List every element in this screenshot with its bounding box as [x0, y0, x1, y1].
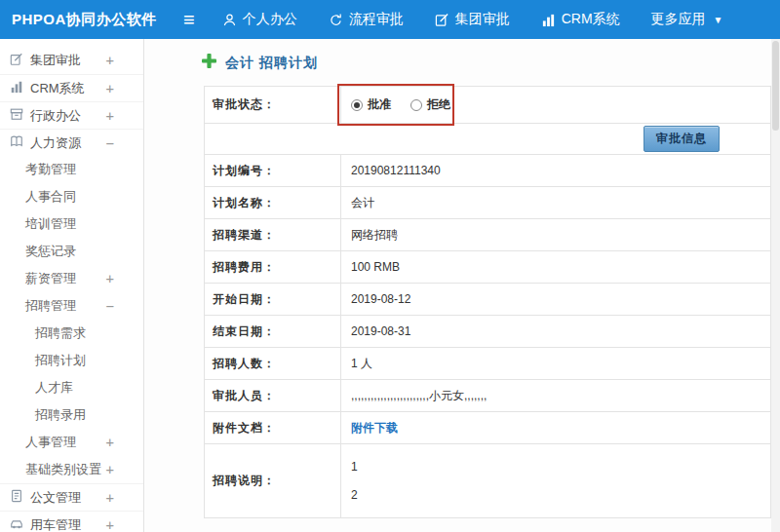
nav-label: 集团审批 — [455, 11, 510, 28]
field-value: 20190812111340 — [341, 155, 770, 186]
sidebar-item-label: 人事管理 — [25, 434, 76, 451]
sidebar-item-label: 基础类别设置 — [25, 461, 101, 478]
sidebar-item-talent-pool[interactable]: 人才库 — [0, 374, 143, 401]
field-label: 招聘说明： — [205, 444, 341, 517]
sidebar-item-crm[interactable]: CRM系统 + — [0, 74, 143, 101]
chevron-down-icon: ▼ — [714, 15, 723, 25]
form-row-approve-button: 审批信息 — [205, 124, 770, 155]
sidebar-item-attendance[interactable]: 考勤管理 — [0, 156, 143, 183]
form-row-plan-number: 计划编号： 20190812111340 — [205, 155, 770, 187]
sidebar-item-label: 薪资管理 — [25, 270, 76, 287]
field-label: 招聘渠道： — [205, 219, 341, 250]
sidebar-item-documents[interactable]: 公文管理 + — [0, 483, 143, 511]
form-row-start-date: 开始日期： 2019-08-12 — [205, 284, 770, 316]
expand-plus-icon[interactable]: + — [106, 53, 114, 68]
add-plus-icon[interactable] — [202, 54, 216, 72]
radio-reject[interactable]: 拒绝 — [410, 96, 450, 113]
field-value: 网络招聘 — [341, 219, 770, 250]
field-label: 审批人员： — [205, 380, 341, 411]
description-line: 1 — [351, 453, 358, 481]
attachment-download-link[interactable]: 附件下载 — [351, 420, 398, 437]
nav-label: 更多应用 — [651, 11, 706, 28]
field-value: 100 RMB — [341, 251, 770, 283]
vertical-scrollbar[interactable] — [771, 39, 780, 532]
sidebar-item-recruit-hire[interactable]: 招聘录用 — [0, 401, 143, 429]
nav-process-approval[interactable]: 流程审批 — [329, 11, 404, 28]
sidebar-item-label: 考勤管理 — [25, 161, 76, 178]
field-label: 审批状态： — [205, 87, 341, 123]
radio-approve-label: 批准 — [368, 96, 391, 113]
expand-plus-icon[interactable]: + — [106, 462, 114, 477]
nav-personal-office[interactable]: 个人办公 — [222, 11, 297, 28]
field-label: 招聘人数： — [205, 348, 341, 379]
approval-info-button[interactable]: 审批信息 — [644, 126, 720, 152]
app-logo: PHPOA协同办公软件 — [0, 11, 183, 29]
field-value: 会计 — [341, 187, 770, 218]
radio-approve-button[interactable] — [351, 99, 363, 111]
form-row-end-date: 结束日期： 2019-08-31 — [205, 316, 770, 348]
sidebar-item-vehicle[interactable]: 用车管理 + — [0, 511, 143, 532]
collapse-minus-icon[interactable]: − — [106, 135, 114, 151]
field-label: 计划编号： — [205, 155, 341, 186]
field-label: 招聘费用： — [205, 251, 341, 283]
field-value: 2019-08-12 — [341, 284, 770, 315]
expand-plus-icon[interactable]: + — [106, 490, 114, 506]
scrollbar-thumb[interactable] — [772, 41, 779, 131]
edit-square-icon — [435, 13, 449, 27]
sidebar-item-label: 招聘录用 — [35, 406, 86, 424]
archive-box-icon — [10, 107, 23, 124]
hamburger-menu-icon[interactable]: ≡ — [183, 10, 195, 29]
expand-plus-icon[interactable]: + — [106, 81, 114, 96]
page-title: 会计 招聘计划 — [225, 55, 318, 72]
sidebar-item-label: 招聘计划 — [35, 352, 86, 369]
form-row-recruit-channel: 招聘渠道： 网络招聘 — [205, 219, 770, 251]
collapse-minus-icon[interactable]: − — [106, 298, 114, 314]
nav-more-apps[interactable]: 更多应用 ▼ — [651, 11, 723, 28]
sidebar-item-label: 招聘需求 — [35, 324, 86, 342]
sidebar-item-label: 奖惩记录 — [25, 243, 76, 260]
sidebar-item-salary[interactable]: 薪资管理 + — [0, 265, 143, 292]
person-icon — [222, 13, 237, 27]
sidebar-item-label: 集团审批 — [30, 52, 81, 69]
edit-square-icon — [10, 53, 23, 69]
sidebar-item-admin-office[interactable]: 行政办公 + — [0, 101, 143, 129]
field-value: 1 人 — [341, 348, 770, 379]
approval-status-radio-group: 批准 拒绝 — [351, 96, 470, 113]
recruit-plan-form: 审批状态： 批准 拒绝 审批信息 计划编号： — [204, 86, 771, 518]
expand-plus-icon[interactable]: + — [106, 435, 114, 450]
sidebar-item-label: 人才库 — [35, 379, 73, 397]
radio-reject-button[interactable] — [410, 99, 422, 111]
radio-approve[interactable]: 批准 — [351, 96, 391, 113]
sidebar-item-rewards[interactable]: 奖惩记录 — [0, 238, 143, 265]
field-label: 计划名称： — [205, 187, 341, 218]
sidebar-item-training[interactable]: 培训管理 — [0, 210, 143, 238]
form-row-approvers: 审批人员： ,,,,,,,,,,,,,,,,,,,,,,,,小元女,,,,,,, — [205, 380, 770, 412]
description-lines: 1 2 — [351, 453, 358, 510]
field-label: 附件文档： — [205, 412, 341, 443]
page-header: 会计 招聘计划 — [202, 54, 318, 72]
form-row-approval-status: 审批状态： 批准 拒绝 — [205, 87, 770, 124]
expand-plus-icon[interactable]: + — [106, 517, 114, 532]
expand-plus-icon[interactable]: + — [106, 271, 114, 286]
sidebar-item-recruitment[interactable]: 招聘管理 − — [0, 292, 143, 320]
radio-reject-label: 拒绝 — [427, 96, 450, 113]
sidebar-item-recruit-demand[interactable]: 招聘需求 — [0, 320, 143, 347]
field-value: 2019-08-31 — [341, 316, 770, 347]
nav-group-approval[interactable]: 集团审批 — [435, 11, 510, 28]
form-row-recruit-cost: 招聘费用： 100 RMB — [205, 251, 770, 284]
form-row-plan-name: 计划名称： 会计 — [205, 187, 770, 219]
sidebar-item-human-resources[interactable]: 人力资源 − — [0, 129, 143, 156]
bar-chart-icon — [541, 13, 556, 27]
sidebar-item-hr-contract[interactable]: 人事合同 — [0, 183, 143, 210]
field-label: 结束日期： — [205, 316, 341, 347]
field-value: ,,,,,,,,,,,,,,,,,,,,,,,,小元女,,,,,,, — [341, 380, 770, 411]
sidebar-item-base-category[interactable]: 基础类别设置 + — [0, 456, 143, 483]
document-icon — [10, 489, 23, 506]
sidebar-item-recruit-plan[interactable]: 招聘计划 — [0, 347, 143, 374]
expand-plus-icon[interactable]: + — [106, 108, 114, 124]
sidebar-item-hr-management[interactable]: 人事管理 + — [0, 429, 143, 456]
form-row-description: 招聘说明： 1 2 — [205, 444, 770, 518]
sidebar-item-group-approval[interactable]: 集团审批 + — [0, 47, 143, 74]
main-content: 会计 招聘计划 审批状态： 批准 拒绝 审 — [145, 39, 771, 532]
nav-crm-system[interactable]: CRM系统 — [541, 11, 620, 28]
